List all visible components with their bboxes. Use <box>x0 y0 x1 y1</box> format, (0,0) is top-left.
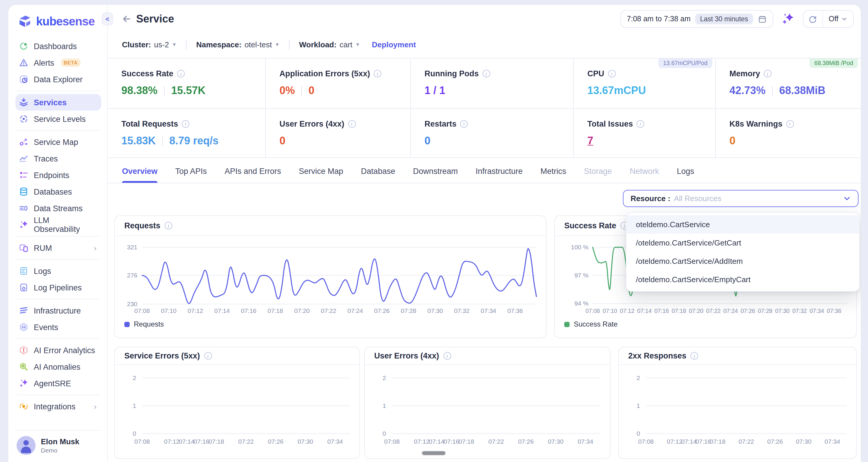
sidebar-item-logs[interactable]: Logs <box>16 263 101 279</box>
resource-select-placeholder: All Resources <box>674 194 721 203</box>
sidebar-item-rum[interactable]: RUM› <box>16 239 101 256</box>
sidebar-item-llm-observability[interactable]: LLM Observability <box>16 217 101 233</box>
sidebar-item-events[interactable]: K8Events <box>16 319 101 335</box>
beta-badge: BETA <box>61 59 81 67</box>
tab-storage[interactable]: Storage <box>584 167 612 183</box>
metric-value: 42.73% <box>730 85 766 97</box>
quick-range-pill[interactable]: Last 30 minutes <box>695 13 753 24</box>
info-icon[interactable]: i <box>608 70 616 77</box>
cluster-select[interactable]: Cluster: us-2 ▼ <box>122 40 177 49</box>
brand-logo[interactable]: kubesense <box>16 12 101 34</box>
workload-select[interactable]: Workload: cart ▼ <box>299 40 360 49</box>
ai-assistant-button[interactable] <box>781 12 794 26</box>
workload-label: Workload: <box>299 40 337 49</box>
info-icon[interactable]: i <box>164 222 172 230</box>
metric-value: 1 / 1 <box>425 85 445 97</box>
info-icon[interactable]: i <box>182 120 189 128</box>
legend-swatch <box>124 322 130 327</box>
metric-value[interactable]: 7 <box>587 135 593 147</box>
x-axis-label: 07:34 <box>481 307 496 314</box>
tab-metrics[interactable]: Metrics <box>540 167 566 183</box>
resource-option[interactable]: oteldemo.CartService <box>626 215 859 234</box>
info-icon[interactable]: i <box>691 352 699 360</box>
sidebar-item-service-map[interactable]: Service Map <box>16 134 101 150</box>
metric-value: 68.38MiB <box>779 85 825 97</box>
metric-value: 0% <box>279 85 295 97</box>
info-icon[interactable]: i <box>443 352 451 360</box>
sidebar-item-data-streams[interactable]: Data Streams <box>16 200 101 217</box>
sparkles-icon <box>19 378 28 388</box>
sidebar-item-data-explorer[interactable]: Data Explorer <box>16 71 101 88</box>
info-icon[interactable]: i <box>177 70 185 77</box>
auto-refresh-select[interactable]: Off <box>823 11 853 27</box>
resource-select[interactable]: Resource : All Resources <box>623 190 859 207</box>
user-menu[interactable]: Elon Musk Demo <box>16 430 101 456</box>
sidebar-item-log-pipelines[interactable]: Log Pipelines <box>16 279 101 296</box>
x-axis-label: 07:34 <box>825 438 840 445</box>
overview-content: Resource : All Resources oteldemo.CartSe… <box>108 184 861 462</box>
service-errors-5xx-chart-card: Service Errors (5xx) i 21007:0807:1207:1… <box>114 346 360 459</box>
namespace-select[interactable]: Namespace: otel-test ▼ <box>196 40 280 49</box>
x-axis-label: 07:22 <box>489 438 504 445</box>
resource-dropdown-panel: oteldemo.CartService/oteldemo.CartServic… <box>626 212 860 292</box>
x-axis-label: 07:14 <box>429 438 445 445</box>
info-icon[interactable]: i <box>786 120 794 128</box>
tabs: OverviewTop APIsAPIs and ErrorsService M… <box>122 167 694 183</box>
info-icon[interactable]: i <box>482 70 490 77</box>
sidebar-item-services[interactable]: Services <box>16 94 101 111</box>
back-button[interactable] <box>122 14 131 24</box>
sidebar-item-label: Data Explorer <box>34 75 83 84</box>
tab-service-map[interactable]: Service Map <box>299 167 343 183</box>
info-icon[interactable]: i <box>204 352 212 360</box>
tab-infrastructure[interactable]: Infrastructure <box>476 167 523 183</box>
sidebar-item-ai-error-analytics[interactable]: AI Error Analytics <box>16 342 101 359</box>
metric-label: Success Rate <box>121 69 174 78</box>
resource-option[interactable]: /oteldemo.CartService/GetCart <box>626 234 859 252</box>
sidebar-item-alerts[interactable]: AlertsBETA <box>16 55 101 71</box>
tab-top-apis[interactable]: Top APIs <box>175 167 207 183</box>
sidebar-item-ai-anomalies[interactable]: AI Anomalies <box>16 359 101 375</box>
time-range-picker[interactable]: 7:08 am to 7:38 am Last 30 minutes <box>620 10 773 28</box>
sidebar-item-dashboards[interactable]: Dashboards <box>16 38 101 55</box>
refresh-button[interactable] <box>803 11 823 27</box>
tab-apis-and-errors[interactable]: APIs and Errors <box>225 167 281 183</box>
sidebar-item-label: Databases <box>34 187 72 196</box>
x-axis-label: 07:36 <box>507 307 523 314</box>
y-axis-label: 97 % <box>574 272 589 278</box>
sidebar-item-integrations[interactable]: Integrations› <box>16 398 101 415</box>
sidebar-item-label: Infrastructure <box>34 306 81 315</box>
x-axis-label: 07:08 <box>384 438 400 445</box>
metric-badge: 13.67mCPU/Pod <box>658 59 712 68</box>
refresh-controls: Off <box>803 10 854 28</box>
tab-downstream[interactable]: Downstream <box>413 167 458 183</box>
back-arrow-icon <box>122 14 131 24</box>
info-icon[interactable]: i <box>637 120 644 128</box>
info-icon[interactable]: i <box>764 70 772 77</box>
tab-network[interactable]: Network <box>630 167 659 183</box>
sidebar-item-label: AI Anomalies <box>34 362 81 371</box>
info-icon[interactable]: i <box>460 120 468 128</box>
tab-logs[interactable]: Logs <box>677 167 694 183</box>
sidebar-item-traces[interactable]: Traces <box>16 150 101 167</box>
sidebar-item-service-levels[interactable]: Service Levels <box>16 111 101 127</box>
sidebar-collapse-button[interactable]: < <box>102 12 113 26</box>
log-pipelines-icon <box>19 283 28 292</box>
sidebar-item-label: Dashboards <box>34 42 77 51</box>
resource-option[interactable]: /oteldemo.CartService/EmptyCart <box>626 270 859 289</box>
sidebar-item-agentsre[interactable]: AgentSRE <box>16 375 101 392</box>
info-icon[interactable]: i <box>348 120 355 128</box>
deployment-link[interactable]: Deployment <box>372 40 416 49</box>
x-axis-label: 07:18 <box>672 307 686 314</box>
resource-option[interactable]: /oteldemo.CartService/AddItem <box>626 252 859 270</box>
sidebar-item-endpoints[interactable]: Endpoints <box>16 167 101 184</box>
metric-value: 15.83K <box>121 135 156 147</box>
tab-overview[interactable]: Overview <box>122 167 157 183</box>
sidebar-item-infrastructure[interactable]: Infrastructure <box>16 302 101 319</box>
x-axis-label: 07:16 <box>444 438 460 445</box>
value-divider <box>162 135 163 146</box>
horizontal-scrollbar-thumb[interactable] <box>422 451 446 456</box>
metric-card-memory: 68.38MiB /PodMemoryi42.73%68.38MiB <box>715 59 861 108</box>
tab-database[interactable]: Database <box>361 167 395 183</box>
info-icon[interactable]: i <box>374 70 381 77</box>
sidebar-item-databases[interactable]: Databases <box>16 184 101 200</box>
